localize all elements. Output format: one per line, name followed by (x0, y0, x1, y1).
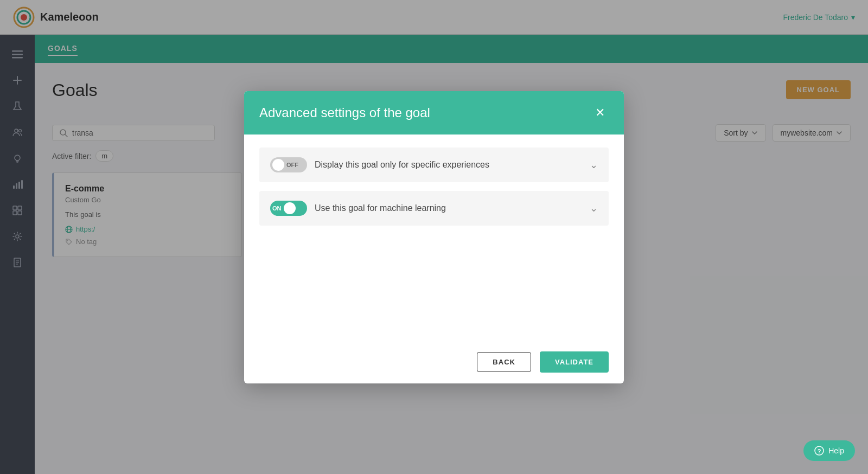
specific-experiences-label: Display this goal only for specific expe… (315, 160, 489, 170)
modal-footer: BACK VALIDATE (244, 341, 624, 383)
help-label: Help (828, 446, 844, 455)
modal-body: OFF Display this goal only for specific … (244, 134, 624, 341)
validate-button[interactable]: VALIDATE (540, 351, 609, 373)
toggle-knob-on (284, 202, 296, 214)
modal-title: Advanced settings of the goal (259, 105, 430, 120)
machine-learning-left: ON Use this goal for machine learning (270, 201, 446, 216)
machine-learning-chevron: ⌄ (590, 202, 598, 214)
help-button[interactable]: ? Help (803, 440, 855, 461)
svg-text:?: ? (818, 448, 821, 454)
modal-overlay: Advanced settings of the goal ✕ OFF Disp… (0, 0, 868, 474)
specific-experiences-chevron: ⌄ (590, 159, 598, 171)
toggle-knob-off (272, 159, 284, 171)
modal-header: Advanced settings of the goal ✕ (244, 91, 624, 134)
back-button[interactable]: BACK (477, 352, 531, 372)
machine-learning-label: Use this goal for machine learning (315, 203, 446, 213)
toggle-on-label: ON (272, 205, 282, 212)
machine-learning-toggle[interactable]: ON (270, 201, 307, 216)
specific-experiences-left: OFF Display this goal only for specific … (270, 157, 489, 172)
help-icon: ? (814, 446, 824, 456)
modal: Advanced settings of the goal ✕ OFF Disp… (244, 91, 624, 383)
toggle-off-label: OFF (286, 162, 298, 168)
specific-experiences-row[interactable]: OFF Display this goal only for specific … (259, 148, 609, 182)
modal-close-button[interactable]: ✕ (591, 104, 609, 121)
machine-learning-row[interactable]: ON Use this goal for machine learning ⌄ (259, 191, 609, 226)
specific-experiences-toggle[interactable]: OFF (270, 157, 307, 172)
